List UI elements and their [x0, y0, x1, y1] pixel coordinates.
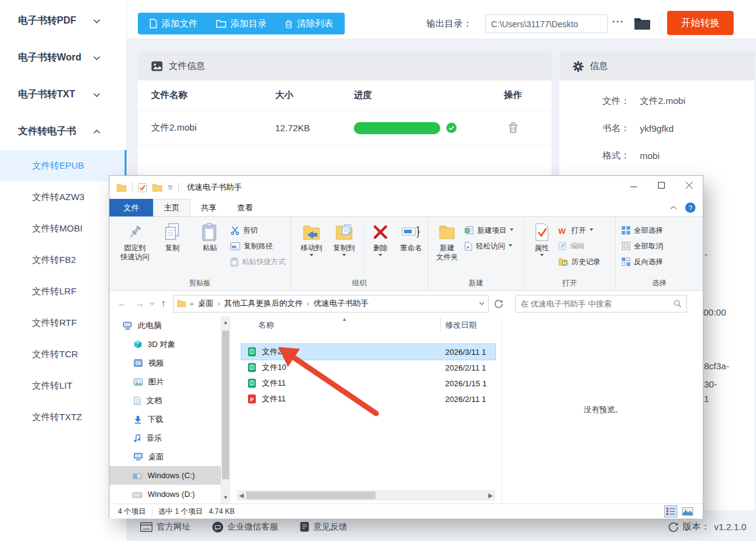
sidebar-item-file-to-azw3[interactable]: 文件转AZW3 — [0, 181, 126, 213]
output-dir-input[interactable] — [485, 15, 608, 33]
refresh-icon[interactable] — [494, 299, 503, 308]
sidebar-item-ebook-to-txt[interactable]: 电子书转TXT — [0, 76, 126, 113]
properties-qat-icon[interactable] — [138, 183, 147, 192]
new-folder-button[interactable]: 新建文件夹 — [432, 219, 462, 262]
tab-share[interactable]: 共享 — [191, 199, 227, 216]
edit-button[interactable]: 编辑 — [558, 238, 601, 254]
back-icon[interactable]: ← — [117, 298, 127, 309]
select-all-button[interactable]: 全部选择 — [622, 222, 663, 238]
copy-to-button[interactable]: 复制到 — [328, 219, 360, 258]
sidebar-item-ebook-to-pdf[interactable]: 电子书转PDF — [0, 2, 126, 39]
tree-item-windows-c[interactable]: Windows (C:) — [109, 466, 221, 485]
scrollbar-thumb[interactable] — [222, 331, 229, 479]
breadcrumb[interactable]: « 桌面 › 其他工具更换后的文件 › 优速电子书助手 — [173, 295, 489, 313]
help-button[interactable]: ? — [685, 202, 696, 213]
delete-row-button[interactable] — [508, 121, 518, 133]
tree-item-desktop[interactable]: 桌面 — [109, 447, 233, 466]
paste-shortcut-button[interactable]: 粘贴快捷方式 — [230, 254, 285, 270]
breadcrumb-current-folder[interactable]: 优速电子书助手 — [313, 298, 368, 309]
search-box[interactable] — [515, 295, 687, 313]
select-none-icon — [622, 242, 630, 250]
up-icon[interactable]: ↑ — [161, 298, 166, 309]
pin-to-quick-access-button[interactable]: 固定到快速访问 — [118, 219, 152, 262]
clear-list-button[interactable]: 清除列表 — [285, 18, 333, 30]
tree-item-pictures[interactable]: 图片 — [109, 372, 233, 391]
search-input[interactable] — [521, 299, 674, 308]
sidebar-item-file-to-lrf[interactable]: 文件转LRF — [0, 276, 126, 307]
add-file-button[interactable]: 添加文件 — [149, 18, 198, 30]
history-button[interactable]: 历史记录 — [558, 254, 601, 270]
scroll-up-icon[interactable]: ▲ — [221, 317, 230, 327]
file-row[interactable]: 文件10 2026/2/11 1 — [241, 360, 495, 375]
breadcrumb-parent-folder[interactable]: 其他工具更换后的文件 — [224, 298, 303, 309]
scroll-down-icon[interactable]: ▼ — [221, 493, 230, 502]
move-to-button[interactable]: 移动到 — [296, 219, 327, 258]
file-row[interactable]: 文件11 2026/1/15 1 — [241, 375, 495, 391]
collapse-ribbon-icon[interactable] — [670, 206, 677, 210]
tab-home[interactable]: 主页 — [153, 199, 191, 216]
sidebar-item-file-to-epub[interactable]: 文件转EPUB — [0, 150, 126, 181]
check-circle-icon — [446, 123, 457, 133]
qat-dropdown-icon[interactable] — [168, 185, 173, 190]
sidebar-item-file-to-ebook[interactable]: 文件转电子书 — [0, 113, 126, 150]
sidebar-item-file-to-lit[interactable]: 文件转LIT — [0, 370, 126, 401]
tree-scrollbar[interactable]: ▲ ▼ — [221, 316, 230, 504]
scroll-right-icon[interactable]: ▶ — [486, 490, 495, 501]
tab-file[interactable]: 文件 — [109, 199, 153, 216]
rename-button[interactable]: 重命名 — [395, 219, 428, 253]
pane-divider[interactable] — [501, 316, 502, 504]
recent-locations-icon[interactable] — [149, 302, 155, 305]
file-row[interactable]: P 文件11 2026/2/11 1 — [241, 391, 495, 407]
column-divider[interactable] — [440, 317, 441, 332]
open-output-folder-button[interactable] — [634, 16, 651, 30]
wechat-support-link[interactable]: 企业微信客服 — [212, 522, 278, 533]
sidebar-item-file-to-mobi[interactable]: 文件转MOBI — [0, 213, 126, 244]
browse-more-button[interactable]: ··· — [612, 16, 624, 28]
tree-item-downloads[interactable]: 下载 — [109, 410, 233, 429]
copy-path-button[interactable]: W.. 复制路径 — [230, 238, 285, 254]
open-button[interactable]: W 打开 — [558, 222, 601, 238]
sidebar-item-file-to-tcr[interactable]: 文件转TCR — [0, 339, 126, 370]
close-button[interactable] — [675, 176, 703, 194]
sidebar-item-ebook-to-word[interactable]: 电子书转Word — [0, 39, 126, 76]
select-none-button[interactable]: 全部取消 — [622, 238, 663, 254]
forward-icon[interactable]: → — [135, 298, 145, 309]
column-header-name[interactable]: 名称 — [258, 320, 274, 331]
scroll-left-icon[interactable]: ◀ — [236, 490, 246, 501]
scrollbar-thumb[interactable] — [246, 491, 376, 499]
horizontal-scrollbar[interactable]: ◀ ▶ — [236, 490, 495, 501]
new-item-button[interactable]: 新建项目 — [464, 222, 513, 238]
official-site-link[interactable]: .com 官方网址 — [140, 522, 191, 533]
properties-button[interactable]: 属性 — [529, 219, 555, 258]
tree-item-documents[interactable]: 文档 — [109, 391, 233, 410]
sidebar-item-file-to-fb2[interactable]: 文件转FB2 — [0, 244, 126, 276]
tab-view[interactable]: 查看 — [227, 199, 263, 216]
tree-item-3d-objects[interactable]: 3D 对象 — [109, 335, 233, 354]
easy-access-button[interactable]: 轻松访问 — [464, 238, 513, 254]
divider — [132, 183, 132, 192]
column-header-date[interactable]: 修改日期 — [445, 320, 477, 331]
details-view-button[interactable] — [664, 505, 677, 517]
thumbnail-view-button[interactable] — [681, 505, 694, 517]
address-dropdown-icon[interactable] — [479, 302, 484, 305]
feedback-link[interactable]: 意见反馈 — [300, 522, 347, 533]
pin-icon — [127, 221, 143, 244]
invert-selection-button[interactable]: 反向选择 — [622, 254, 663, 270]
minimize-button[interactable] — [619, 176, 647, 194]
new-folder-qat-icon[interactable] — [152, 184, 162, 192]
copy-button[interactable]: 复制 — [155, 219, 189, 253]
breadcrumb-desktop[interactable]: 桌面 — [198, 298, 213, 309]
maximize-button[interactable] — [647, 176, 675, 194]
sidebar-item-file-to-rtf[interactable]: 文件转RTF — [0, 307, 126, 339]
sidebar-item-file-to-txtz[interactable]: 文件转TXTZ — [0, 401, 126, 433]
paste-button[interactable]: 粘贴 — [193, 219, 227, 253]
start-convert-button[interactable]: 开始转换 — [667, 11, 734, 35]
cut-button[interactable]: 剪切 — [230, 222, 285, 238]
add-folder-button[interactable]: 添加目录 — [216, 18, 267, 30]
file-row-selected[interactable]: 文件2 2026/3/11 1 — [241, 344, 495, 360]
tree-item-music[interactable]: 音乐 — [109, 429, 233, 447]
delete-button[interactable]: 删除 — [368, 219, 394, 258]
tree-item-this-pc[interactable]: 此电脑 — [109, 316, 233, 335]
tree-item-videos[interactable]: 视频 — [109, 354, 233, 372]
tree-item-windows-d[interactable]: Windows (D:) — [109, 485, 233, 504]
